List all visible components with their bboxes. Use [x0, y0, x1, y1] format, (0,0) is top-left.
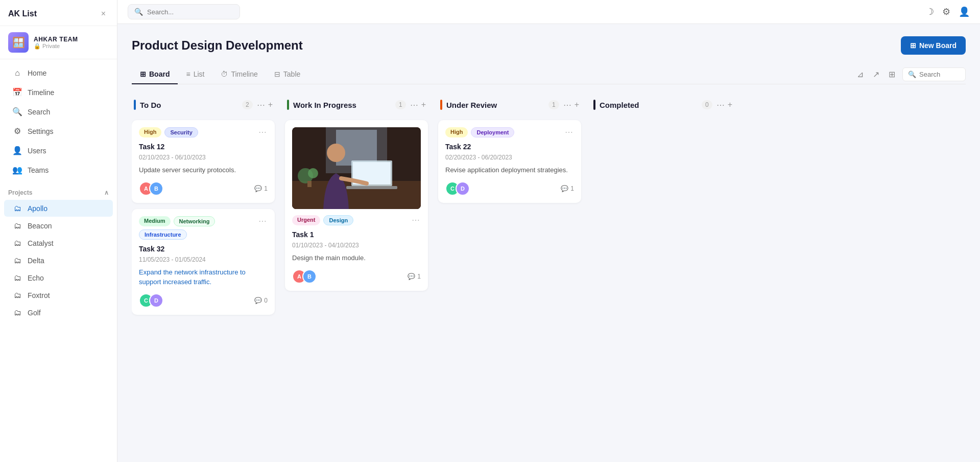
sidebar-item-search[interactable]: 🔍 Search	[4, 102, 113, 121]
review-add-icon[interactable]: +	[575, 100, 579, 109]
new-board-label: New Board	[919, 41, 957, 50]
tag-high-task12: High	[139, 127, 161, 137]
card-task32-header: Medium Networking Infrastructure ⋯	[139, 216, 268, 245]
team-privacy: 🔒 Private	[34, 43, 78, 50]
content: Product Design Development ⊞ New Board ⊞…	[117, 24, 980, 462]
card-task12-avatars: A B	[139, 181, 159, 196]
new-board-button[interactable]: ⊞ New Board	[901, 36, 966, 55]
card-task1-image	[292, 127, 421, 209]
tabs-search-input[interactable]	[919, 71, 960, 78]
completed-add-icon[interactable]: +	[728, 100, 732, 109]
team-block[interactable]: 🪟 AHKAR TEAM 🔒 Private	[0, 26, 117, 59]
card-task32-avatars: C D	[139, 293, 159, 308]
col-actions-todo: ⋯ +	[257, 100, 273, 110]
review-more-icon[interactable]: ⋯	[563, 100, 571, 110]
project-item-echo[interactable]: 🗂 Echo	[4, 269, 113, 286]
tab-table[interactable]: ⊟ Table	[266, 65, 308, 84]
todo-add-icon[interactable]: +	[268, 100, 273, 109]
grid-view-icon[interactable]: ⊞	[887, 67, 897, 81]
projects-section: Projects ∧ 🗂 Apollo 🗂 Beacon 🗂 Catalyst …	[0, 184, 117, 324]
wip-add-icon[interactable]: +	[421, 100, 426, 109]
card-task12-menu-icon[interactable]: ⋯	[257, 127, 268, 137]
tab-board[interactable]: ⊞ Board	[132, 65, 178, 84]
share-icon[interactable]: ↗	[871, 67, 881, 81]
tab-list-label: List	[194, 70, 205, 78]
tab-board-label: Board	[149, 70, 170, 78]
svg-rect-10	[307, 181, 312, 187]
comment-icon-4: 💬	[561, 185, 568, 192]
completed-more-icon[interactable]: ⋯	[716, 100, 725, 110]
card-task22-menu-icon[interactable]: ⋯	[564, 127, 574, 137]
projects-label: Projects	[8, 189, 32, 196]
comment-icon-2: 💬	[254, 297, 262, 304]
projects-header[interactable]: Projects ∧	[0, 186, 117, 199]
comment-count-val-3: 1	[417, 273, 421, 280]
sidebar-item-settings[interactable]: ⚙ Settings	[4, 122, 113, 141]
card-task1-title: Task 1	[292, 230, 421, 239]
card-task1-date: 01/10/2023 - 04/10/2023	[292, 242, 421, 249]
card-task22-title: Task 22	[445, 143, 574, 151]
card-task1-header: Urgent Design ⋯	[292, 215, 421, 230]
page-title: Product Design Development	[132, 38, 303, 53]
card-task32-tags: Medium Networking Infrastructure	[139, 216, 257, 240]
card-task22-avatars: C D	[445, 181, 466, 196]
col-title-completed: Completed	[600, 101, 698, 109]
sidebar-item-timeline[interactable]: 📅 Timeline	[4, 83, 113, 102]
topbar-search-icon: 🔍	[134, 8, 143, 16]
topbar-search-input[interactable]	[147, 8, 229, 16]
project-label-catalyst: Catalyst	[28, 239, 54, 247]
card-task12: High Security ⋯ Task 12 02/10/2023 - 06/…	[132, 120, 275, 203]
tabs-search-bar[interactable]: 🔍	[902, 67, 966, 81]
echo-icon: 🗂	[12, 273, 22, 282]
tag-medium-task32: Medium	[139, 216, 171, 226]
filter-icon[interactable]: ⊿	[855, 67, 866, 81]
wip-more-icon[interactable]: ⋯	[410, 100, 418, 110]
wip-indicator	[287, 100, 289, 110]
tag-security-task12: Security	[164, 127, 198, 137]
card-task12-tags: High Security	[139, 127, 198, 137]
topbar-search-bar[interactable]: 🔍	[128, 4, 240, 19]
review-indicator	[440, 100, 442, 110]
project-label-apollo: Apollo	[28, 204, 47, 213]
column-header-wip: Work In Progress 1 ⋯ +	[285, 95, 428, 115]
close-button[interactable]: ×	[98, 8, 109, 19]
project-label-echo: Echo	[28, 274, 44, 282]
avatar-2: B	[149, 181, 163, 196]
table-tab-icon: ⊟	[274, 70, 280, 78]
svg-point-7	[327, 144, 345, 162]
project-item-apollo[interactable]: 🗂 Apollo	[4, 200, 113, 217]
golf-icon: 🗂	[12, 308, 22, 317]
tab-timeline[interactable]: ⏱ Timeline	[212, 65, 266, 84]
card-task1-tags: Urgent Design	[292, 215, 353, 225]
project-item-catalyst[interactable]: 🗂 Catalyst	[4, 235, 113, 251]
card-task32-title: Task 32	[139, 245, 268, 253]
project-item-foxtrot[interactable]: 🗂 Foxtrot	[4, 287, 113, 304]
gear-topbar-icon[interactable]: ⚙	[942, 6, 950, 17]
card-task32-menu-icon[interactable]: ⋯	[257, 216, 268, 226]
tag-design-task1: Design	[323, 215, 353, 225]
sidebar-item-teams[interactable]: 👥 Teams	[4, 160, 113, 179]
card-task22-header: High Deployment ⋯	[445, 127, 574, 143]
comment-count-val-2: 0	[264, 297, 268, 304]
project-item-golf[interactable]: 🗂 Golf	[4, 304, 113, 321]
card-task12-comments: 💬 1	[254, 185, 268, 192]
sidebar-item-users[interactable]: 👤 Users	[4, 141, 113, 160]
task1-scene-svg	[292, 127, 421, 209]
avatar-4: D	[149, 293, 163, 308]
users-icon: 👤	[12, 146, 22, 155]
card-task1-image-inner	[292, 127, 421, 209]
tag-high-task22: High	[445, 127, 468, 137]
moon-icon[interactable]: ☽	[926, 6, 934, 17]
card-task1-menu-icon[interactable]: ⋯	[411, 215, 421, 225]
project-label-delta: Delta	[28, 257, 44, 265]
tab-list[interactable]: ≡ List	[178, 65, 212, 84]
card-task12-title: Task 12	[139, 143, 268, 151]
todo-more-icon[interactable]: ⋯	[257, 100, 265, 110]
col-actions-review: ⋯ +	[563, 100, 579, 110]
project-item-delta[interactable]: 🗂 Delta	[4, 252, 113, 269]
column-completed: Completed 0 ⋯ +	[591, 95, 734, 120]
project-item-beacon[interactable]: 🗂 Beacon	[4, 217, 113, 234]
user-topbar-icon[interactable]: 👤	[959, 6, 970, 17]
sidebar-item-home[interactable]: ⌂ Home	[4, 64, 113, 82]
board: To Do 2 ⋯ + High Security ⋯	[132, 95, 966, 331]
